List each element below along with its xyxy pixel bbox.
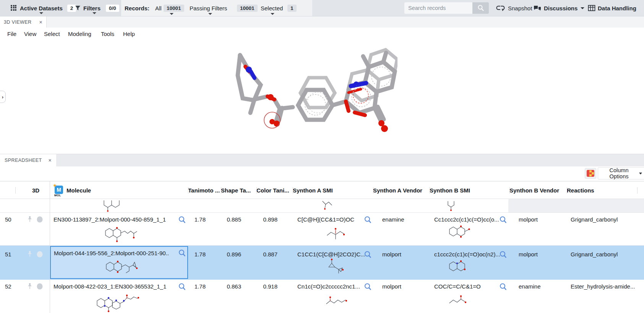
header-synthon-a-smi[interactable]: Synthon A SMI	[293, 181, 373, 199]
filters-button[interactable]: Filters 0/0	[75, 0, 119, 16]
viewer-tab-close-icon[interactable]: ×	[39, 20, 42, 25]
header-color-tanimoto[interactable]: Color Tani...	[256, 181, 293, 199]
active-datasets-button[interactable]: Active Datasets 2	[11, 0, 76, 16]
discussions-label: Discussions	[544, 5, 577, 11]
magnifier-icon[interactable]	[499, 251, 508, 259]
menu-modeling[interactable]: Modeling	[68, 28, 91, 40]
menu-file[interactable]: File	[7, 28, 16, 40]
discussions-caret-icon	[581, 7, 584, 9]
overlay-toggle-icon[interactable]	[37, 216, 43, 223]
synthon-b-smi-cell[interactable]: COC/C=C/C&1=O	[430, 282, 509, 290]
molecule-id-cell[interactable]: EN300-113897_2:Molport-000-450-859_1_1	[50, 215, 188, 223]
table-row-partial[interactable]	[0, 199, 644, 213]
spreadsheet-tab-close-icon[interactable]: ×	[48, 158, 52, 163]
synthon-a-thumbnail	[324, 224, 348, 242]
header-3d[interactable]: 3D	[22, 181, 50, 199]
filters-badge: 0/0	[106, 5, 119, 12]
passing-filters-badge: 10001	[237, 5, 258, 12]
synthon-b-thumbnail-partial	[446, 201, 462, 211]
records-all-label[interactable]: All	[155, 0, 162, 16]
overlay-toggle-icon[interactable]	[37, 283, 43, 290]
active-datasets-caret-icon[interactable]	[39, 12, 43, 14]
molecule-thumbnail	[103, 224, 143, 243]
molecule-id-cell[interactable]: Molport-044-195-556_2:Molport-000-251-90…	[54, 249, 169, 257]
passing-filters-caret-icon[interactable]	[208, 13, 212, 15]
magnifier-icon[interactable]	[178, 283, 187, 291]
column-options-button[interactable]: Column Options	[598, 167, 644, 179]
menu-help[interactable]: Help	[123, 28, 135, 40]
data-handling-label: Data Handling	[598, 5, 636, 11]
header-reactions[interactable]: Reactions	[567, 181, 638, 199]
header-tanimoto[interactable]: Tanimoto ...	[188, 181, 221, 199]
table-row-selected[interactable]: 51 Molport-044-195-556_2:Molport-000-251…	[0, 246, 644, 280]
synthon-b-smi-cell[interactable]: Cc1ccc2c(c1)c(=O)cc(o...	[430, 215, 509, 223]
tab-spreadsheet[interactable]: SPREADSHEET ×	[0, 154, 56, 166]
shape-tanimoto-cell: 0.896	[221, 250, 256, 258]
molecule-thumbnail	[95, 292, 144, 313]
magnifier-icon[interactable]	[178, 216, 187, 224]
magnifier-icon[interactable]	[364, 251, 372, 259]
pin-icon[interactable]	[27, 251, 33, 258]
synthon-a-vendor-cell: enamine	[373, 215, 430, 223]
table-row[interactable]: 50 EN300-113897_2:Molport-000-450-859_1_…	[0, 213, 644, 246]
mol-format-icon: M ★ MOL	[55, 186, 64, 195]
header-shape-tanimoto[interactable]: Shape Ta...	[221, 181, 256, 199]
viewer-tab-bar: 3D VIEWER ×	[0, 16, 644, 28]
synthon-a-vendor-cell: molport	[373, 282, 430, 290]
waffle-grid-icon	[11, 5, 17, 11]
snapshot-button[interactable]: Snapshot	[496, 0, 532, 16]
selected-caret-icon[interactable]	[271, 13, 274, 15]
table-row[interactable]: 52 Molport-008-422-023_1:EN300-365532_1_…	[0, 280, 644, 313]
magnifier-icon[interactable]	[499, 283, 508, 291]
conditional-format-icon	[587, 170, 594, 177]
spreadsheet-toolbar: Column Options	[0, 166, 644, 181]
menu-select[interactable]: Select	[44, 28, 60, 40]
pin-icon[interactable]	[27, 283, 33, 290]
snapshot-label: Snapshot	[508, 5, 532, 11]
menu-view[interactable]: View	[24, 28, 36, 40]
synthon-a-thumbnail	[324, 258, 346, 277]
synthon-a-thumbnail	[324, 292, 349, 311]
column-divider	[50, 181, 50, 313]
search-button[interactable]	[472, 2, 489, 14]
molecule-id-cell[interactable]: Molport-008-422-023_1:EN300-365532_1_1	[50, 282, 188, 290]
magnifier-icon[interactable]	[178, 249, 187, 258]
header-synthon-a-vendor[interactable]: Synthon A Vendor	[373, 181, 430, 199]
header-synthon-b-smi[interactable]: Synthon B SMI	[430, 181, 509, 199]
overlay-toggle-icon[interactable]	[37, 251, 43, 258]
synthon-a-smi-cell[interactable]: Cn1c(=O)c2ccccc2nc1...	[293, 282, 373, 290]
color-tanimoto-cell: 0.898	[256, 215, 293, 223]
synthon-a-thumbnail-partial	[320, 201, 336, 211]
search-input[interactable]	[404, 2, 472, 14]
conditional-format-button[interactable]	[585, 168, 596, 179]
spreadsheet-tab-title: SPREADSHEET	[5, 158, 42, 163]
synthon-b-vendor-cell: enamine	[509, 282, 567, 290]
filters-caret-icon[interactable]	[92, 12, 96, 14]
magnifier-icon[interactable]	[364, 216, 372, 224]
magnifier-icon[interactable]	[499, 216, 508, 224]
panel-expander-button[interactable]: ›	[0, 91, 6, 103]
pin-icon[interactable]	[27, 216, 33, 223]
synthon-b-smi-cell[interactable]: c1ccc2c(c1)c(=O)oc(n2)...	[430, 250, 509, 258]
molecule-3d-render	[214, 43, 397, 135]
data-handling-button[interactable]: Data Handling	[588, 0, 636, 16]
selected-badge: 1	[287, 5, 297, 12]
viewer-tab-title: 3D VIEWER	[4, 20, 31, 25]
color-tanimoto-cell: 0.887	[256, 250, 293, 258]
header-synthon-b-vendor[interactable]: Synthon B Vendor	[509, 181, 567, 199]
synthon-a-smi-cell[interactable]: C1CC1(C[C@H]2CO2)C...	[293, 250, 373, 258]
header-molecule[interactable]: M ★ MOL Molecule	[50, 181, 188, 199]
column-options-caret-icon	[639, 173, 642, 174]
molecule-3d-canvas[interactable]: ›	[0, 40, 644, 154]
magnifier-icon[interactable]	[364, 283, 372, 291]
synthon-b-vendor-cell: molport	[509, 250, 567, 258]
records-all-caret-icon[interactable]	[170, 13, 174, 15]
records-all-badge: 10001	[164, 5, 184, 12]
tanimoto-cell: 1.78	[188, 250, 221, 258]
tab-3d-viewer[interactable]: 3D VIEWER ×	[0, 16, 47, 28]
discussions-button[interactable]: Discussions	[533, 0, 584, 16]
synthon-b-thumbnail	[447, 224, 478, 241]
menu-tools[interactable]: Tools	[101, 28, 114, 40]
selected-molecule-cell[interactable]: Molport-044-195-556_2:Molport-000-251-90…	[50, 246, 188, 279]
synthon-a-smi-cell[interactable]: C[C@H](CC&1=O)OC	[293, 215, 373, 223]
